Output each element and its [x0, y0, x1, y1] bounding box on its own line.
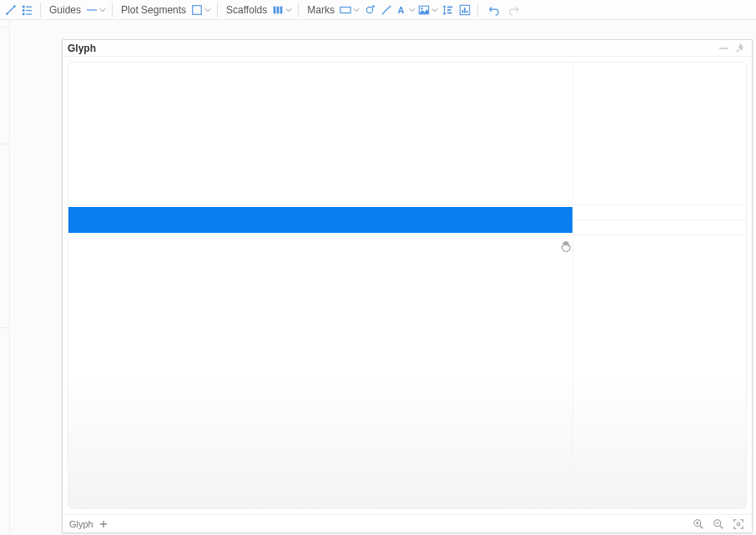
svg-point-1: [13, 5, 15, 7]
mark-symbol-icon[interactable]: [362, 3, 377, 18]
svg-rect-2: [23, 5, 25, 8]
svg-point-15: [372, 5, 375, 8]
svg-rect-10: [274, 6, 276, 13]
glyph-panel: Glyph Glyph: [62, 39, 753, 533]
svg-rect-5: [26, 10, 32, 11]
svg-point-19: [421, 8, 422, 9]
undo-button[interactable]: [486, 3, 501, 18]
collapse-icon[interactable]: [717, 42, 730, 55]
link-icon[interactable]: [3, 3, 18, 18]
zoom-in-button[interactable]: [692, 517, 705, 531]
glyph-panel-footer: Glyph: [63, 514, 752, 532]
glyph-panel-title: Glyph: [68, 43, 717, 54]
svg-text:A: A: [398, 4, 405, 14]
add-glyph-button[interactable]: [98, 519, 108, 529]
guides-label: Guides: [46, 4, 84, 16]
svg-rect-22: [447, 12, 451, 13]
glyph-panel-header: Glyph: [63, 40, 752, 57]
chevron-down-icon: [431, 6, 439, 14]
glyph-tab[interactable]: Glyph: [69, 519, 93, 529]
guide-vertical: [572, 63, 573, 508]
svg-rect-20: [447, 6, 452, 8]
toolbar-separator: [298, 3, 299, 18]
chevron-down-icon: [98, 6, 107, 14]
chevron-down-icon: [285, 6, 293, 14]
zoom-out-button[interactable]: [712, 517, 725, 531]
mark-image-dropdown[interactable]: [418, 4, 439, 16]
hand-cursor-icon: [559, 240, 572, 253]
svg-line-29: [700, 525, 703, 528]
guides-dropdown[interactable]: [86, 4, 107, 16]
marks-label: Marks: [304, 4, 338, 16]
zoom-fit-button[interactable]: [732, 517, 745, 531]
svg-rect-21: [447, 9, 451, 11]
scaffolds-label: Scaffolds: [223, 4, 270, 16]
chevron-down-icon: [408, 6, 416, 14]
svg-rect-26: [466, 10, 468, 13]
svg-rect-25: [464, 8, 466, 13]
toolbar-separator: [477, 3, 478, 18]
glyph-mark-rectangle[interactable]: [68, 207, 572, 233]
toolbar-separator: [217, 3, 218, 18]
svg-line-16: [382, 5, 391, 14]
legend-icon[interactable]: [20, 3, 35, 18]
toolbar-separator: [40, 3, 41, 18]
guide-horizontal: [569, 235, 746, 235]
glyph-canvas[interactable]: [68, 62, 747, 509]
svg-rect-7: [26, 13, 32, 14]
guide-horizontal: [569, 204, 746, 205]
mark-data-axis-icon[interactable]: [441, 3, 456, 18]
scaffolds-dropdown[interactable]: [272, 4, 293, 16]
svg-point-35: [737, 522, 740, 526]
plot-segments-label: Plot Segments: [118, 4, 189, 16]
svg-rect-12: [280, 6, 283, 13]
svg-point-0: [6, 13, 8, 14]
plot-segments-dropdown[interactable]: [191, 4, 212, 16]
chevron-down-icon: [352, 6, 360, 14]
left-rail: [0, 20, 10, 535]
svg-rect-24: [461, 10, 463, 13]
svg-rect-11: [277, 6, 280, 13]
toolbar: Guides Plot Segments Scaffolds Marks: [0, 0, 756, 20]
chevron-down-icon: [204, 6, 212, 14]
redo-button[interactable]: [507, 3, 522, 18]
guide-horizontal: [572, 220, 746, 220]
svg-rect-3: [26, 6, 32, 7]
svg-rect-4: [23, 9, 25, 12]
pin-icon[interactable]: [733, 42, 747, 55]
svg-rect-13: [340, 7, 350, 13]
svg-rect-9: [193, 5, 202, 14]
svg-rect-6: [23, 13, 25, 15]
mark-nested-chart-icon[interactable]: [457, 3, 472, 18]
svg-point-14: [366, 7, 372, 13]
undo-redo-group: [486, 3, 522, 18]
mark-line-icon[interactable]: [379, 3, 394, 18]
toolbar-separator: [112, 3, 113, 18]
mark-rectangle-dropdown[interactable]: [340, 4, 360, 16]
svg-line-33: [720, 525, 723, 528]
mark-text-dropdown[interactable]: A: [396, 4, 416, 16]
